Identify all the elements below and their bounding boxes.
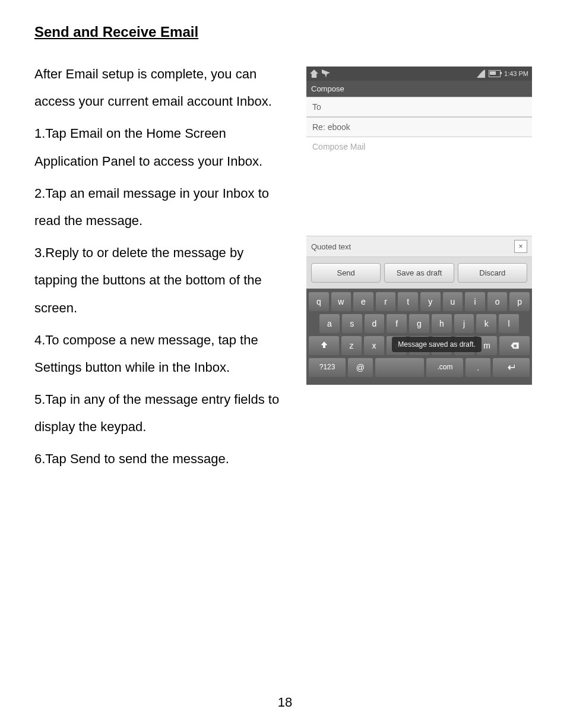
- on-screen-keyboard: q w e r t y u i o p a s d: [306, 289, 532, 385]
- at-key[interactable]: @: [348, 358, 372, 377]
- step-1: 1.Tap Email on the Home Screen Applicati…: [34, 120, 290, 175]
- key-e[interactable]: e: [353, 292, 373, 311]
- shift-key[interactable]: [309, 336, 339, 355]
- toast-message: Message saved as draft.: [392, 337, 482, 352]
- key-f[interactable]: f: [387, 314, 407, 333]
- status-clock: 1:43 PM: [504, 70, 528, 77]
- signal-icon: [477, 69, 485, 78]
- key-j[interactable]: j: [454, 314, 474, 333]
- key-i[interactable]: i: [465, 292, 485, 311]
- step-4: 4.To compose a new message, tap the Sett…: [34, 327, 290, 381]
- key-l[interactable]: l: [499, 314, 519, 333]
- phone-screenshot: 1:43 PM Compose To Re: ebook Compose Mai…: [306, 67, 532, 478]
- key-k[interactable]: k: [476, 314, 496, 333]
- intro-text: After Email setup is complete, you can a…: [34, 61, 290, 115]
- compose-title: Compose: [306, 81, 532, 97]
- step-3: 3.Reply to or delete the message by tapp…: [34, 239, 290, 322]
- page-number: 18: [0, 695, 570, 710]
- dotcom-key[interactable]: .com: [426, 358, 463, 377]
- step-5: 5.Tap in any of the message entry fields…: [34, 386, 290, 441]
- key-h[interactable]: h: [432, 314, 452, 333]
- quoted-text-row: Quoted text ×: [306, 236, 532, 257]
- save-draft-button[interactable]: Save as draft: [384, 263, 454, 283]
- key-x[interactable]: x: [364, 336, 384, 355]
- send-button[interactable]: Send: [311, 263, 381, 283]
- key-d[interactable]: d: [365, 314, 385, 333]
- keyboard-row-4: ?123 @ .com .: [309, 358, 530, 377]
- step-6: 6.Tap Send to send the message.: [34, 445, 290, 473]
- step-2: 2.Tap an email message in your Inbox to …: [34, 180, 290, 235]
- key-u[interactable]: u: [443, 292, 463, 311]
- to-field[interactable]: To: [306, 97, 532, 117]
- send-icon: [322, 69, 330, 78]
- key-g[interactable]: g: [409, 314, 429, 333]
- instructions-column: After Email setup is complete, you can a…: [34, 61, 290, 478]
- key-t[interactable]: t: [398, 292, 418, 311]
- backspace-icon: [510, 341, 520, 350]
- quoted-text-label: Quoted text: [311, 242, 351, 251]
- battery-icon: [489, 70, 501, 77]
- close-icon[interactable]: ×: [514, 240, 527, 253]
- key-w[interactable]: w: [331, 292, 352, 311]
- keyboard-row-1: q w e r t y u i o p: [309, 292, 530, 311]
- key-r[interactable]: r: [376, 292, 396, 311]
- compose-body[interactable]: Compose Mail: [306, 137, 532, 236]
- key-p[interactable]: p: [509, 292, 530, 311]
- enter-key[interactable]: [493, 358, 530, 377]
- backspace-key[interactable]: [499, 336, 530, 355]
- subject-field[interactable]: Re: ebook: [306, 117, 532, 137]
- key-z[interactable]: z: [341, 336, 362, 355]
- symbols-key[interactable]: ?123: [309, 358, 346, 377]
- status-bar: 1:43 PM: [306, 67, 532, 81]
- space-key[interactable]: [375, 358, 425, 377]
- enter-icon: [506, 363, 516, 372]
- key-q[interactable]: q: [309, 292, 329, 311]
- key-s[interactable]: s: [342, 314, 362, 333]
- key-a[interactable]: a: [319, 314, 340, 333]
- shift-icon: [319, 341, 329, 350]
- period-key[interactable]: .: [466, 358, 490, 377]
- keyboard-row-2: a s d f g h j k l: [309, 314, 530, 333]
- action-button-row: Send Save as draft Discard: [306, 257, 532, 289]
- home-icon: [310, 69, 318, 78]
- key-o[interactable]: o: [487, 292, 508, 311]
- discard-button[interactable]: Discard: [458, 263, 527, 283]
- section-heading: Send and Receive Email: [34, 24, 536, 40]
- key-y[interactable]: y: [420, 292, 441, 311]
